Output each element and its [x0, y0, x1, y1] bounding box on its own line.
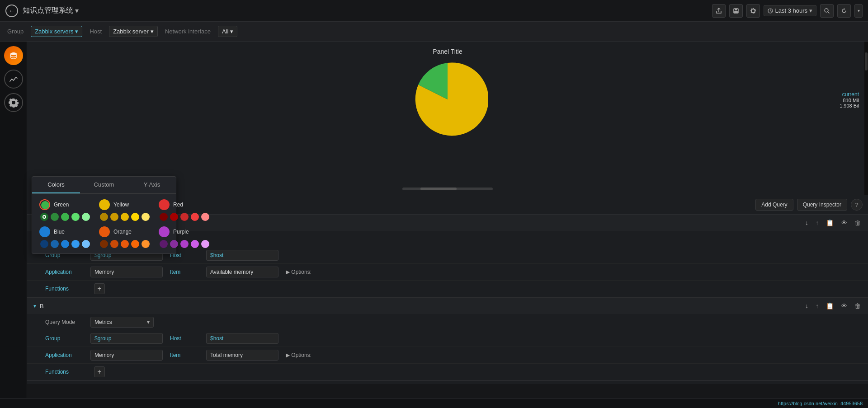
orange-shade-3[interactable]	[121, 240, 129, 248]
top-bar-right: Last 3 hours ▾ ▾	[712, 4, 863, 18]
purple-main-swatch[interactable]	[159, 226, 170, 237]
query-section-b-header[interactable]: ▼ B ↓ ↑ 📋 👁 🗑	[27, 298, 868, 314]
query-a-item-value[interactable]: Available memory	[206, 267, 278, 277]
blue-shade-1[interactable]	[40, 240, 48, 248]
query-b-eye[interactable]: 👁	[839, 301, 849, 310]
legend-label: current	[840, 91, 859, 98]
chart-legend: current 810 Mil 1.908 Bil	[840, 91, 859, 108]
scrollbar-thumb	[865, 52, 868, 70]
red-main-swatch[interactable]	[159, 199, 170, 210]
back-button[interactable]: ←	[5, 5, 18, 17]
red-shade-1[interactable]	[160, 213, 168, 221]
add-query-button[interactable]: Add Query	[755, 199, 793, 211]
query-b-options-btn[interactable]: ▶ Options:	[286, 352, 311, 358]
vertical-scrollbar[interactable]	[864, 42, 868, 195]
sidebar-chart-icon[interactable]	[4, 70, 23, 89]
green-shade-4[interactable]	[71, 213, 80, 221]
group-dropdown[interactable]: Zabbix servers ▾	[31, 26, 82, 37]
help-button[interactable]: ?	[851, 199, 863, 211]
color-tab-colors[interactable]: Colors	[32, 177, 80, 193]
purple-shade-2[interactable]	[170, 240, 178, 248]
green-shade-2[interactable]	[51, 213, 59, 221]
sidebar-gear-icon[interactable]	[4, 93, 23, 112]
pie-chart-container	[407, 59, 488, 140]
query-a-move-down[interactable]: ↓	[803, 218, 810, 227]
purple-shade-5[interactable]	[201, 240, 209, 248]
query-b-host-value[interactable]: $host	[206, 333, 278, 344]
orange-shade-5[interactable]	[142, 240, 150, 248]
purple-shades-row	[159, 240, 209, 248]
blue-label: Blue	[54, 229, 79, 235]
purple-shade-3[interactable]	[180, 240, 189, 248]
query-b-add-function-btn[interactable]: +	[94, 366, 105, 377]
red-shade-2[interactable]	[170, 213, 178, 221]
yellow-shade-3[interactable]	[121, 213, 129, 221]
query-a-options-btn[interactable]: ▶ Options:	[286, 269, 311, 275]
app-title-arrow[interactable]: ▾	[75, 6, 79, 15]
blue-main-swatch[interactable]	[39, 226, 50, 237]
refresh-dropdown-btn[interactable]: ▾	[854, 4, 863, 18]
yellow-main-swatch[interactable]	[99, 199, 110, 210]
database-stack-icon	[9, 51, 19, 61]
red-shade-5[interactable]	[201, 213, 209, 221]
query-b-mode-value: Metrics	[94, 319, 112, 325]
query-a-add-function-btn[interactable]: +	[94, 283, 105, 294]
refresh-btn[interactable]	[837, 4, 851, 18]
query-a-host-value[interactable]: $host	[206, 250, 278, 261]
query-a-delete[interactable]: 🗑	[853, 218, 863, 227]
blue-shade-5[interactable]	[82, 240, 90, 248]
purple-shade-1[interactable]	[160, 240, 168, 248]
query-b-delete[interactable]: 🗑	[853, 301, 863, 310]
yellow-shade-2[interactable]	[110, 213, 118, 221]
yellow-shade-1[interactable]	[100, 213, 108, 221]
color-picker-popup: Colors Custom Y-Axis Green	[32, 176, 176, 254]
orange-shade-4[interactable]	[131, 240, 139, 248]
query-a-copy[interactable]: 📋	[824, 218, 835, 227]
share-icon-btn[interactable]	[712, 4, 726, 18]
query-a-move-up[interactable]: ↑	[814, 218, 821, 227]
purple-column: Purple	[159, 226, 209, 248]
group-label: Group	[7, 28, 24, 35]
query-b-mode-chevron: ▾	[147, 319, 150, 325]
network-dropdown[interactable]: All ▾	[218, 26, 237, 37]
purple-shade-4[interactable]	[191, 240, 199, 248]
orange-shade-1[interactable]	[100, 240, 108, 248]
color-tab-custom[interactable]: Custom	[80, 177, 128, 193]
query-b-copy[interactable]: 📋	[824, 301, 835, 310]
query-b-move-up[interactable]: ↑	[814, 301, 821, 310]
chart-scrollbar-thumb	[420, 188, 457, 190]
query-a-app-value[interactable]: Memory	[90, 267, 163, 277]
query-b-app-value[interactable]: Memory	[90, 350, 163, 361]
green-main-swatch[interactable]	[41, 201, 49, 209]
yellow-label: Yellow	[113, 202, 138, 208]
search-btn[interactable]	[820, 4, 834, 18]
red-shade-4[interactable]	[191, 213, 199, 221]
chart-scrollbar[interactable]	[402, 188, 493, 190]
settings-icon-btn[interactable]	[746, 4, 760, 18]
query-b-group-value[interactable]: $group	[90, 333, 163, 344]
save-icon-btn[interactable]	[729, 4, 743, 18]
time-selector[interactable]: Last 3 hours ▾	[764, 5, 816, 16]
query-b-item-value[interactable]: Total memory	[206, 350, 278, 361]
query-b-collapse-arrow[interactable]: ▼	[33, 304, 37, 309]
red-shade-3[interactable]	[180, 213, 189, 221]
green-shades-row	[39, 213, 90, 221]
green-shade-3[interactable]	[61, 213, 69, 221]
query-b-move-down[interactable]: ↓	[803, 301, 810, 310]
sidebar-database-icon[interactable]	[4, 46, 23, 65]
host-dropdown[interactable]: Zabbix server ▾	[109, 26, 158, 37]
blue-shade-4[interactable]	[71, 240, 80, 248]
blue-shade-3[interactable]	[61, 240, 69, 248]
orange-shade-2[interactable]	[110, 240, 118, 248]
green-shade-5[interactable]	[82, 213, 90, 221]
blue-shade-2[interactable]	[51, 240, 59, 248]
query-a-eye[interactable]: 👁	[839, 218, 849, 227]
query-inspector-button[interactable]: Query Inspector	[797, 199, 847, 211]
green-shade-1[interactable]	[40, 213, 48, 221]
query-b-mode-select[interactable]: Metrics ▾	[90, 317, 154, 328]
yellow-shade-5[interactable]	[142, 213, 150, 221]
group-chevron: ▾	[75, 28, 78, 35]
yellow-shade-4[interactable]	[131, 213, 139, 221]
color-tab-yaxis[interactable]: Y-Axis	[128, 177, 176, 193]
orange-main-swatch[interactable]	[99, 226, 110, 237]
